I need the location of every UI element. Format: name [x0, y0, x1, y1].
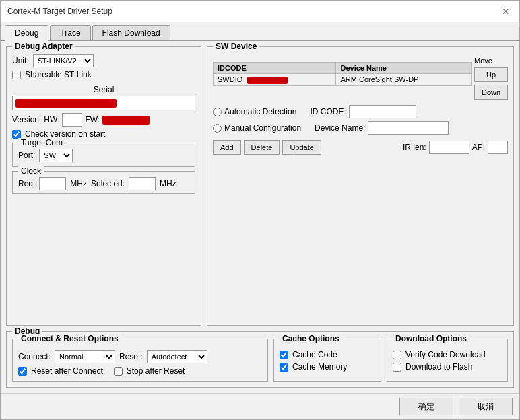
ir-len-label: IR len:: [403, 143, 426, 152]
tab-flash-download[interactable]: Flash Download: [92, 25, 170, 40]
sw-device-label: SW Device: [213, 42, 259, 51]
shareable-checkbox[interactable]: [12, 71, 21, 79]
cache-options-label: Cache Options: [280, 334, 342, 343]
move-label: Move: [474, 57, 508, 65]
cancel-button[interactable]: 取消: [459, 398, 513, 415]
tab-bar: Debug Trace Flash Download: [1, 22, 519, 41]
close-button[interactable]: ✕: [499, 6, 513, 17]
cache-memory-label: Cache Memory: [292, 362, 347, 372]
auto-detect-radio[interactable]: [213, 108, 222, 116]
version-row: Version: HW: V2 FW:: [12, 113, 195, 127]
add-button[interactable]: Add: [213, 140, 241, 155]
selected-label: Selected:: [91, 179, 125, 188]
update-button[interactable]: Update: [282, 140, 321, 155]
title-bar: Cortex-M Target Driver Setup ✕: [1, 1, 519, 22]
unit-row: Unit: ST-LINK/V2 J-LINK: [12, 54, 195, 67]
req-input[interactable]: 4: [39, 177, 66, 190]
main-content: Debug Adapter Unit: ST-LINK/V2 J-LINK Sh…: [1, 41, 519, 393]
unit-select[interactable]: ST-LINK/V2 J-LINK: [33, 54, 94, 67]
main-window: Cortex-M Target Driver Setup ✕ Debug Tra…: [0, 0, 520, 420]
connect-label: Connect:: [18, 352, 51, 361]
footer: 确定 取消: [1, 393, 519, 419]
cache-code-checkbox[interactable]: [280, 351, 288, 359]
shareable-label: Shareable ST-Link: [25, 70, 92, 79]
cache-code-label: Cache Code: [292, 350, 337, 359]
stop-after-reset-checkbox[interactable]: [114, 367, 123, 376]
target-com-label: Target Com: [18, 138, 65, 147]
connect-select[interactable]: Normal with Pre-reset Under Reset: [55, 350, 115, 363]
ap-input[interactable]: 0: [488, 141, 508, 154]
tab-trace[interactable]: Trace: [50, 25, 90, 40]
check-version-checkbox[interactable]: [12, 130, 21, 139]
port-label: Port:: [18, 151, 35, 160]
port-select[interactable]: SW JTAG: [39, 149, 73, 162]
action-row: Add Delete Update IR len: AP: 0: [213, 140, 508, 155]
mhz-label2: MHz: [160, 179, 176, 188]
sw-device-panel: SW Device IDCODE Device Name: [207, 46, 514, 326]
ok-button[interactable]: 确定: [399, 398, 453, 415]
selected-input[interactable]: 4: [129, 177, 156, 190]
down-button[interactable]: Down: [474, 85, 508, 100]
target-com-group: Target Com Port: SW JTAG: [12, 143, 195, 167]
id-code-label: ID CODE:: [310, 107, 346, 116]
device-name-input[interactable]: [368, 121, 449, 135]
hw-label: HW:: [44, 115, 59, 125]
check-version-label: Check version on start: [25, 129, 105, 139]
serial-input-area[interactable]: [12, 96, 195, 110]
mhz-label1: MHz: [70, 179, 87, 188]
connect-reset-group: Connect & Reset Options Connect: Normal …: [12, 339, 268, 382]
reset-label: Reset:: [119, 352, 143, 361]
unit-label: Unit:: [12, 56, 29, 65]
top-section: Debug Adapter Unit: ST-LINK/V2 J-LINK Sh…: [6, 46, 514, 326]
connect-reset-label: Connect & Reset Options: [18, 334, 121, 343]
tab-debug[interactable]: Debug: [5, 25, 48, 41]
table-row[interactable]: SWDIO ARM CoreSight SW-DP: [214, 74, 472, 86]
verify-label: Verify Code Download: [405, 350, 486, 359]
ir-ap-row: IR len: AP: 0: [403, 141, 508, 154]
idcode-header: IDCODE: [214, 63, 336, 74]
verify-row: Verify Code Download: [393, 350, 502, 359]
fw-redacted: [102, 116, 150, 125]
download-options-label: Download Options: [393, 334, 469, 343]
verify-checkbox[interactable]: [393, 351, 401, 359]
manual-config-radio[interactable]: [213, 124, 222, 133]
download-flash-row: Download to Flash: [393, 362, 502, 372]
up-button[interactable]: Up: [474, 67, 508, 82]
debug-adapter-label: Debug Adapter: [12, 42, 75, 51]
swdio-prefix: SWDIO: [218, 75, 242, 83]
cache-memory-checkbox[interactable]: [280, 363, 288, 372]
debug-section: Debug Connect & Reset Options Connect: N…: [6, 331, 514, 388]
clock-inner: Req: 4 MHz Selected: 4 MHz: [18, 177, 189, 190]
clock-group: Clock Req: 4 MHz Selected: 4 MHz: [12, 171, 195, 194]
delete-button[interactable]: Delete: [244, 140, 280, 155]
sw-device-top: IDCODE Device Name SWDIO: [213, 57, 508, 100]
window-title: Cortex-M Target Driver Setup: [7, 7, 112, 16]
ap-label: AP:: [472, 143, 485, 152]
sw-device-group: SW Device IDCODE Device Name: [207, 46, 514, 326]
fw-label: FW:: [85, 115, 100, 125]
reset-connect-row: Reset after Connect Stop after Reset: [18, 366, 262, 376]
download-options-group: Download Options Verify Code Download Do…: [387, 339, 508, 382]
id-code-input[interactable]: [349, 105, 416, 118]
cache-options-group: Cache Options Cache Code Cache Memory: [273, 339, 381, 382]
shareable-row: Shareable ST-Link: [12, 70, 195, 79]
serial-label: Serial: [12, 85, 195, 94]
id-code-field-row: ID CODE:: [310, 105, 416, 118]
device-name-field-row: Device Name:: [315, 121, 449, 135]
connect-row: Connect: Normal with Pre-reset Under Res…: [18, 350, 262, 363]
hw-input[interactable]: V2: [62, 113, 82, 127]
reset-select[interactable]: Autodetect HW Reset SW Reset: [147, 350, 207, 363]
check-version-row: Check version on start: [12, 129, 195, 139]
device-name-field-label: Device Name:: [315, 123, 365, 133]
manual-config-row: Manual Configuration: [213, 123, 301, 133]
auto-detect-label: Automatic Detection: [224, 107, 296, 116]
download-flash-checkbox[interactable]: [393, 363, 401, 372]
version-label: Version:: [12, 115, 41, 125]
reset-after-connect-checkbox[interactable]: [18, 367, 27, 376]
port-row: Port: SW JTAG: [18, 149, 189, 162]
bottom-inner: Connect & Reset Options Connect: Normal …: [12, 339, 508, 382]
sw-device-table-area: IDCODE Device Name SWDIO: [213, 57, 472, 100]
cache-memory-row: Cache Memory: [280, 362, 375, 372]
download-flash-label: Download to Flash: [405, 362, 472, 372]
ir-len-input[interactable]: [429, 141, 469, 154]
